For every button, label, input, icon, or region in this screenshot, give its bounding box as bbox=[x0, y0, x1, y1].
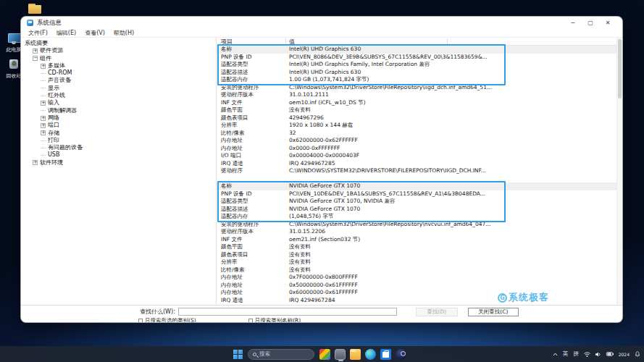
tree-item-label: 红外线 bbox=[48, 92, 65, 99]
table-row[interactable]: 颜色表项目4294967296 bbox=[217, 114, 622, 122]
hidden-icons-chevron-icon[interactable] bbox=[553, 353, 558, 356]
taskbar-icon-edge-browser[interactable] bbox=[365, 349, 376, 360]
tree-item[interactable]: +存储 bbox=[21, 130, 216, 137]
table-row[interactable]: IRQ 通道IRQ 4294967284 bbox=[217, 297, 622, 305]
expand-plus-icon[interactable]: + bbox=[41, 123, 46, 128]
expand-plus-icon[interactable]: + bbox=[41, 116, 46, 121]
menu-item-0[interactable]: 文件(F) bbox=[24, 29, 52, 37]
table-row[interactable]: 驱动程序版本31.0.15.2206 bbox=[217, 228, 622, 236]
expand-plus-icon[interactable]: + bbox=[41, 130, 46, 135]
table-row[interactable]: 适配器内存(1,048,576) 字节 bbox=[217, 213, 622, 221]
table-row[interactable]: 颜色表项目没有资料 bbox=[217, 251, 622, 259]
menu-item-2[interactable]: 查看(V) bbox=[80, 29, 109, 37]
tree-item[interactable]: 调制解调器 bbox=[21, 107, 216, 114]
column-header-item[interactable]: 项目 bbox=[221, 38, 233, 46]
column-divider[interactable] bbox=[285, 38, 286, 44]
tree-item[interactable]: +端口 bbox=[21, 122, 216, 129]
volume-icon[interactable] bbox=[595, 352, 601, 357]
table-row[interactable]: 内存地址0x50000000-0x61FFFFFF bbox=[217, 282, 622, 290]
table-row[interactable]: 内存地址0x60000000-0x61FFFFFF bbox=[217, 289, 622, 297]
table-row[interactable]: 内存地址0x7F000000-0x800FFFFF bbox=[217, 274, 622, 282]
notification-bell-icon[interactable] bbox=[635, 351, 640, 357]
menu-bar: 文件(F)编辑(E)查看(V)帮助(H) bbox=[21, 29, 622, 38]
tree-item[interactable]: 红外线 bbox=[21, 92, 216, 99]
wifi-icon[interactable] bbox=[584, 352, 590, 357]
close-find-button[interactable]: 关闭查找(C) bbox=[468, 308, 519, 316]
table-row[interactable]: 适配器内存1.00 GB (1,073,741,824 字节) bbox=[217, 76, 622, 84]
expand-plus-icon[interactable]: + bbox=[33, 160, 38, 165]
checkbox-icon[interactable] bbox=[248, 319, 253, 323]
tree-item[interactable]: 显示 bbox=[21, 85, 216, 92]
expand-plus-icon[interactable]: + bbox=[41, 64, 46, 69]
table-row[interactable]: I/O 端口0x00004000-0x0000403F bbox=[217, 152, 622, 160]
table-row[interactable]: 适配器描述NVIDIA GeForce GTX 1070 bbox=[217, 206, 622, 214]
tree-item[interactable]: +网络 bbox=[21, 114, 216, 122]
column-divider[interactable] bbox=[447, 38, 448, 44]
maximize-button[interactable]: ▢ bbox=[582, 17, 599, 28]
expand-plus-icon[interactable]: + bbox=[41, 101, 46, 106]
table-row[interactable]: 比特/像素没有资料 bbox=[217, 266, 622, 274]
table-row[interactable]: IRQ 通道IRQ 4294967285 bbox=[217, 160, 622, 168]
table-row[interactable]: 适配器描述Intel(R) UHD Graphics 630 bbox=[217, 69, 622, 77]
table-row[interactable]: 比特/像素32 bbox=[217, 130, 622, 138]
tree-item[interactable]: 系统摘要 bbox=[21, 40, 216, 47]
find-input[interactable] bbox=[178, 308, 397, 316]
table-row[interactable]: 安装的驱动程序C:\Windows\System32\DriverStore\F… bbox=[217, 221, 622, 229]
table-row[interactable]: 驱动程序C:\WINDOWS\SYSTEM32\DRIVERSTORE\FILE… bbox=[217, 167, 622, 175]
search-selected-category-checkbox[interactable]: 只搜索所选的类别(S) bbox=[138, 317, 196, 323]
ime-language-indicator[interactable]: 英 bbox=[563, 350, 569, 358]
search-category-names-checkbox[interactable]: 只搜索类别名称(R) bbox=[248, 317, 301, 323]
checkbox-icon[interactable] bbox=[138, 319, 143, 323]
table-row[interactable]: 适配器类型NVIDIA GeForce GTX 1070, NVIDIA 兼容 bbox=[217, 198, 622, 206]
table-row[interactable]: 内存地址0x62000000-0x62FFFFFF bbox=[217, 137, 622, 145]
list-header[interactable]: 项目 值 bbox=[217, 38, 622, 46]
table-row[interactable]: 名称Intel(R) UHD Graphics 630 bbox=[217, 46, 622, 54]
scrollbar-thumb[interactable] bbox=[618, 39, 622, 98]
tree-item-label: 声音设备 bbox=[48, 77, 71, 84]
tree-item[interactable]: 打印 bbox=[21, 137, 216, 144]
table-row[interactable]: INF 文件oem10.inf (iCFL_w10_DS 节) bbox=[217, 99, 622, 107]
expand-plus-icon[interactable]: + bbox=[33, 49, 38, 54]
tree-item[interactable]: 声音设备 bbox=[21, 77, 216, 84]
table-row[interactable]: 驱动程序版本31.0.101.2111 bbox=[217, 91, 622, 99]
menu-item-3[interactable]: 帮助(H) bbox=[109, 29, 138, 37]
tree-item[interactable]: USB bbox=[21, 151, 216, 159]
start-button-icon[interactable] bbox=[233, 350, 243, 359]
tree-item[interactable]: +软件环境 bbox=[21, 159, 216, 167]
collapse-minus-icon[interactable]: − bbox=[33, 56, 38, 61]
table-row[interactable]: 分辨率1920 x 1080 x 144 赫兹 bbox=[217, 122, 622, 130]
find-button[interactable]: 查找(D) bbox=[416, 308, 458, 316]
battery-icon[interactable] bbox=[606, 352, 614, 356]
title-bar[interactable]: 系统信息 ─ ▢ ✕ bbox=[21, 17, 622, 29]
tree-item[interactable]: +硬件资源 bbox=[21, 47, 216, 54]
tree-item[interactable]: −组件 bbox=[21, 55, 216, 62]
taskbar-search[interactable]: 搜索 bbox=[248, 349, 314, 360]
tree-item[interactable]: CD-ROM bbox=[21, 70, 216, 77]
table-row[interactable]: INF 文件oem21.inf (Section032 节) bbox=[217, 236, 622, 244]
table-row[interactable]: 安装的驱动程序C:\Windows\System32\DriverStore\F… bbox=[217, 84, 622, 92]
tree-item[interactable]: +输入 bbox=[21, 99, 216, 106]
table-row[interactable]: PNP 设备 IDPCI\VEN_10DE&DEV_1BA1&SUBSYS_67… bbox=[217, 190, 622, 198]
row-item-value: 32 bbox=[285, 130, 622, 138]
tree-item[interactable]: +多媒体 bbox=[21, 62, 216, 70]
table-row[interactable]: 分辨率没有资料 bbox=[217, 258, 622, 266]
vertical-scrollbar[interactable] bbox=[616, 38, 622, 305]
taskbar-icon-microsoft-store[interactable] bbox=[380, 349, 391, 360]
ime-pinyin-indicator[interactable]: 拼 bbox=[573, 350, 579, 358]
taskbar-icon-colorful-app[interactable] bbox=[319, 349, 330, 360]
taskbar-icon-system-info-app[interactable] bbox=[335, 349, 346, 360]
menu-item-1[interactable]: 编辑(E) bbox=[52, 29, 80, 37]
column-header-value[interactable]: 值 bbox=[289, 38, 295, 46]
table-row[interactable]: 名称NVIDIA GeForce GTX 1070 bbox=[217, 182, 622, 190]
table-row[interactable]: 适配器类型Intel(R) UHD Graphics Family, Intel… bbox=[217, 61, 622, 69]
taskbar-icon-steam[interactable] bbox=[396, 349, 406, 360]
taskbar-clock[interactable]: 2024 bbox=[619, 352, 630, 357]
taskbar-icon-file-explorer[interactable] bbox=[350, 349, 361, 360]
minimize-button[interactable]: ─ bbox=[564, 17, 582, 28]
table-row[interactable]: PNP 设备 IDPCI\VEN_8086&DEV_3E9B&SUBSYS_67… bbox=[217, 54, 622, 62]
close-button[interactable]: ✕ bbox=[599, 17, 616, 28]
tree-item[interactable]: 有问题的设备 bbox=[21, 144, 216, 151]
table-row[interactable]: 颜色平面没有资料 bbox=[217, 106, 622, 114]
table-row[interactable]: 内存地址0x0000-0xFFFFFFF bbox=[217, 145, 622, 153]
table-row[interactable]: 颜色平面没有资料 bbox=[217, 243, 622, 251]
